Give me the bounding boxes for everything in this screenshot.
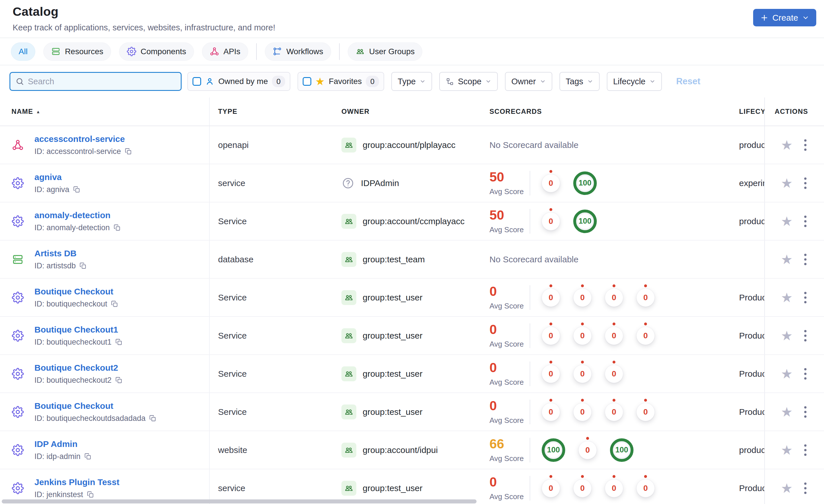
search-box[interactable]: [9, 72, 182, 91]
filter-dropdown-owner[interactable]: Owner: [505, 72, 552, 91]
favorite-star-button[interactable]: ★: [781, 405, 793, 418]
filter-dropdown-tags[interactable]: Tags: [559, 72, 600, 91]
scorecard-ring-zero[interactable]: 0: [542, 365, 560, 383]
scorecard-ring-zero[interactable]: 0: [542, 479, 560, 497]
scorecard-ring-full[interactable]: 100: [573, 210, 597, 233]
kebab-menu-button[interactable]: [803, 214, 808, 229]
copy-icon[interactable]: [79, 262, 87, 269]
table-row[interactable]: agnivaID: agnivaserviceIDPAdmin50Avg Sco…: [0, 164, 824, 203]
copy-icon[interactable]: [113, 224, 121, 231]
kebab-menu-button[interactable]: [803, 328, 808, 343]
table-row[interactable]: Jenkins Plugin TesstID: jenkinstestservi…: [0, 469, 824, 504]
scorecard-ring-zero[interactable]: 0: [542, 403, 560, 421]
filter-dropdowns: TypeScopeOwnerTagsLifecycle: [391, 72, 662, 91]
entity-name-link[interactable]: Boutique Checkout: [34, 401, 157, 411]
search-input[interactable]: [28, 77, 176, 86]
scorecard-ring-zero[interactable]: 0: [573, 403, 592, 421]
favorites-filter[interactable]: ★ Favorites 0: [298, 72, 384, 91]
column-header-name[interactable]: NAME: [11, 108, 33, 116]
table-row[interactable]: Boutique CheckoutID: boutiquecheckoutSer…: [0, 279, 824, 317]
scorecard-ring-zero[interactable]: 0: [542, 212, 560, 231]
tab-components[interactable]: Components: [119, 42, 194, 61]
entity-name-link[interactable]: IDP Admin: [34, 439, 92, 449]
scorecard-ring-zero[interactable]: 0: [573, 327, 592, 345]
kebab-menu-button[interactable]: [803, 481, 808, 496]
favorite-star-button[interactable]: ★: [781, 444, 793, 457]
reset-button[interactable]: Reset: [676, 76, 700, 87]
kebab-menu-button[interactable]: [803, 443, 808, 458]
entity-name-link[interactable]: agniva: [34, 172, 80, 182]
scorecard-ring-full[interactable]: 100: [610, 438, 633, 462]
scorecard-ring-zero[interactable]: 0: [605, 365, 623, 383]
scorecard-ring-zero[interactable]: 0: [573, 365, 592, 383]
scorecard-ring-zero[interactable]: 0: [573, 479, 592, 497]
table-row[interactable]: Boutique CheckoutID: boutiquecheckoutdsa…: [0, 393, 824, 431]
scorecard-ring-zero[interactable]: 0: [542, 174, 560, 193]
copy-icon[interactable]: [124, 148, 132, 155]
kebab-menu-button[interactable]: [803, 176, 808, 191]
kebab-menu-button[interactable]: [803, 138, 808, 152]
owned-by-me-checkbox[interactable]: [193, 77, 201, 86]
kebab-menu-button[interactable]: [803, 366, 808, 381]
dropdown-label: Type: [398, 77, 416, 86]
scorecard-ring-zero[interactable]: 0: [542, 288, 560, 307]
scorecard-ring-zero[interactable]: 0: [573, 288, 592, 307]
entity-name-link[interactable]: Jenkins Plugin Tesst: [34, 477, 119, 487]
copy-icon[interactable]: [149, 414, 157, 422]
copy-icon[interactable]: [87, 491, 94, 498]
entity-name-link[interactable]: Artists DB: [34, 249, 87, 258]
filter-dropdown-lifecycle[interactable]: Lifecycle: [607, 72, 662, 91]
scorecard-ring-zero[interactable]: 0: [636, 288, 655, 307]
scorecard-ring-zero[interactable]: 0: [636, 403, 655, 421]
scorecard-ring-zero[interactable]: 0: [636, 479, 655, 497]
copy-icon[interactable]: [115, 376, 122, 384]
favorite-star-button[interactable]: ★: [781, 367, 793, 380]
filter-dropdown-type[interactable]: Type: [391, 72, 432, 91]
copy-icon[interactable]: [115, 338, 122, 346]
tab-workflows[interactable]: Workflows: [265, 42, 331, 61]
scorecard-ring-zero[interactable]: 0: [579, 441, 597, 459]
copy-icon[interactable]: [111, 300, 118, 307]
tab-all[interactable]: All: [11, 42, 35, 61]
entity-name-link[interactable]: Boutique Checkout2: [34, 363, 122, 373]
table-row[interactable]: Boutique Checkout2ID: boutiquecheckout2S…: [0, 355, 824, 393]
tab-resources[interactable]: Resources: [43, 42, 111, 61]
table-row[interactable]: anomaly-detectionID: anomaly-detectionSe…: [0, 203, 824, 241]
favorite-star-button[interactable]: ★: [781, 291, 793, 304]
favorite-star-button[interactable]: ★: [781, 215, 793, 228]
kebab-menu-button[interactable]: [803, 252, 808, 267]
owned-by-me-filter[interactable]: Owned by me 0: [187, 72, 290, 91]
copy-icon[interactable]: [84, 453, 92, 460]
create-button[interactable]: Create: [753, 9, 816, 26]
copy-icon[interactable]: [73, 186, 80, 193]
scorecard-ring-zero[interactable]: 0: [605, 327, 623, 345]
scorecard-ring-zero[interactable]: 0: [636, 327, 655, 345]
entity-name-link[interactable]: Boutique Checkout1: [34, 325, 122, 335]
tab-user-groups[interactable]: User Groups: [348, 42, 423, 61]
favorite-star-button[interactable]: ★: [781, 138, 793, 152]
table-row[interactable]: accesscontrol-serviceID: accesscontrol-s…: [0, 126, 824, 164]
scorecard-ring-full[interactable]: 100: [573, 171, 597, 195]
kebab-menu-button[interactable]: [803, 290, 808, 305]
sort-ascending-icon[interactable]: ▲: [36, 109, 40, 114]
scorecard-ring-zero[interactable]: 0: [542, 327, 560, 345]
favorite-star-button[interactable]: ★: [781, 482, 793, 495]
kebab-menu-button[interactable]: [803, 404, 808, 419]
scorecard-ring-zero[interactable]: 0: [605, 479, 623, 497]
entity-name-link[interactable]: Boutique Checkout: [34, 287, 118, 296]
favorite-star-button[interactable]: ★: [781, 253, 793, 266]
entity-name-link[interactable]: anomaly-detection: [34, 211, 121, 220]
scorecard-ring-full[interactable]: 100: [542, 438, 565, 462]
table-row[interactable]: IDP AdminID: idp-adminwebsitegroup:accou…: [0, 431, 824, 469]
horizontal-scrollbar-thumb[interactable]: [2, 499, 477, 503]
filter-dropdown-scope[interactable]: Scope: [439, 72, 498, 91]
favorite-star-button[interactable]: ★: [781, 329, 793, 342]
scorecard-ring-zero[interactable]: 0: [605, 288, 623, 307]
tab-apis[interactable]: APIs: [202, 42, 248, 61]
favorites-checkbox[interactable]: [303, 77, 311, 86]
favorite-star-button[interactable]: ★: [781, 176, 793, 190]
entity-name-link[interactable]: accesscontrol-service: [34, 134, 132, 144]
table-row[interactable]: Boutique Checkout1ID: boutiquecheckout1S…: [0, 317, 824, 355]
scorecard-ring-zero[interactable]: 0: [605, 403, 623, 421]
table-row[interactable]: Artists DBID: artistsdbdatabasegroup:tes…: [0, 241, 824, 279]
